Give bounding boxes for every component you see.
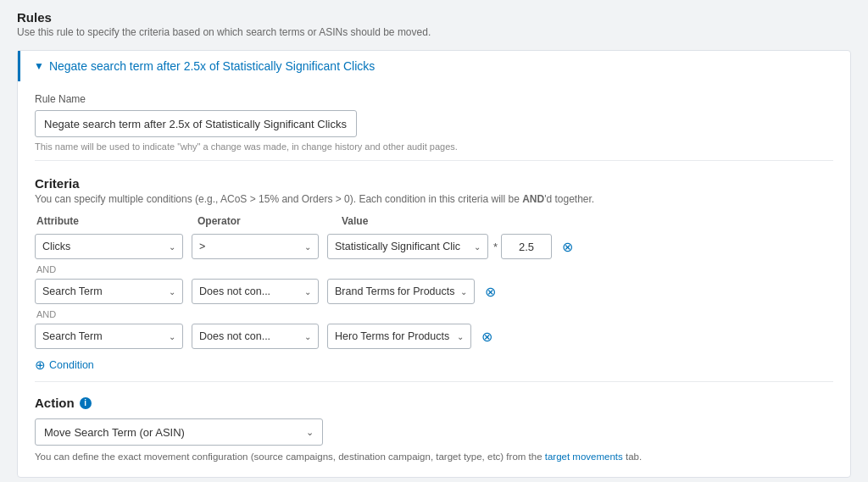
rule-name-label: Rule Name bbox=[35, 93, 833, 105]
value-text-1: Statistically Significant Clic bbox=[335, 241, 469, 252]
chevron-down-icon: ⌄ bbox=[299, 287, 311, 296]
action-select[interactable]: Move Search Term (or ASIN) ⌄ bbox=[35, 418, 323, 446]
attribute-value-1: Clicks bbox=[42, 241, 164, 252]
target-movements-link[interactable]: target movements bbox=[545, 452, 623, 462]
rule-name-hint: This name will be used to indicate "why"… bbox=[35, 141, 833, 152]
operator-select-3[interactable]: Does not con... ⌄ bbox=[192, 324, 319, 349]
operator-value-1: > bbox=[199, 241, 299, 252]
rule-card-title: Negate search term after 2.5x of Statist… bbox=[49, 59, 375, 73]
attribute-select-1[interactable]: Clicks ⌄ bbox=[35, 234, 183, 259]
page-subtitle: Use this rule to specify the criteria ba… bbox=[17, 26, 851, 38]
operator-select-1[interactable]: > ⌄ bbox=[192, 234, 319, 259]
chevron-down-icon[interactable]: ▼ bbox=[34, 60, 44, 72]
multiplier-symbol: * bbox=[493, 241, 498, 253]
and-label-2: AND bbox=[36, 309, 833, 319]
attribute-select-2[interactable]: Search Term ⌄ bbox=[35, 279, 183, 304]
page-container: Rules Use this rule to specify the crite… bbox=[0, 0, 868, 482]
operator-value-2: Does not con... bbox=[199, 285, 299, 297]
attribute-select-3[interactable]: Search Term ⌄ bbox=[35, 324, 183, 349]
criteria-title: Criteria bbox=[35, 176, 833, 191]
rule-card-header: ▼ Negate search term after 2.5x of Stati… bbox=[18, 51, 850, 81]
col-header-value: Value bbox=[342, 215, 832, 227]
info-icon[interactable]: i bbox=[80, 397, 92, 409]
rule-card-body: Rule Name This name will be used to indi… bbox=[18, 81, 850, 477]
value-select-3[interactable]: Hero Terms for Products ⌄ bbox=[327, 324, 471, 349]
page-title: Rules bbox=[17, 10, 851, 25]
delete-icon-3[interactable]: ⊗ bbox=[481, 329, 492, 345]
add-condition-label: Condition bbox=[49, 359, 94, 371]
add-condition-button[interactable]: ⊕ Condition bbox=[35, 357, 833, 373]
operator-select-2[interactable]: Does not con... ⌄ bbox=[192, 279, 319, 304]
criteria-row-3: Search Term ⌄ Does not con... ⌄ Hero Ter… bbox=[35, 324, 833, 349]
divider bbox=[35, 160, 833, 161]
action-section: Action i Move Search Term (or ASIN) ⌄ Yo… bbox=[35, 396, 833, 462]
delete-icon-2[interactable]: ⊗ bbox=[485, 284, 496, 300]
plus-circle-icon: ⊕ bbox=[35, 357, 46, 373]
chevron-down-icon: ⌄ bbox=[164, 287, 175, 296]
chevron-down-icon: ⌄ bbox=[164, 242, 175, 252]
column-headers: Attribute Operator Value bbox=[35, 215, 833, 227]
multiplier-input-1[interactable] bbox=[501, 234, 552, 259]
value-select-1[interactable]: Statistically Significant Clic ⌄ bbox=[327, 234, 488, 259]
rule-name-input[interactable] bbox=[35, 110, 357, 137]
chevron-down-icon: ⌄ bbox=[469, 242, 481, 252]
attribute-value-3: Search Term bbox=[42, 330, 164, 342]
attribute-value-2: Search Term bbox=[42, 285, 164, 297]
delete-icon-1[interactable]: ⊗ bbox=[562, 239, 573, 255]
col-header-attribute: Attribute bbox=[36, 215, 189, 227]
chevron-down-icon: ⌄ bbox=[455, 287, 467, 296]
rule-card: ▼ Negate search term after 2.5x of Stati… bbox=[17, 50, 851, 478]
col-header-operator: Operator bbox=[198, 215, 333, 227]
value-select-2[interactable]: Brand Terms for Products ⌄ bbox=[327, 279, 475, 304]
criteria-row-1: Clicks ⌄ > ⌄ Statistically Significant C… bbox=[35, 234, 833, 259]
operator-value-3: Does not con... bbox=[199, 330, 299, 342]
criteria-row-2: Search Term ⌄ Does not con... ⌄ Brand Te… bbox=[35, 279, 833, 304]
criteria-hint: You can specify multiple conditions (e.g… bbox=[35, 193, 833, 205]
chevron-down-icon: ⌄ bbox=[299, 242, 311, 252]
value-text-3: Hero Terms for Products bbox=[335, 330, 452, 342]
action-hint: You can define the exact movement config… bbox=[35, 452, 833, 462]
chevron-down-icon: ⌄ bbox=[452, 332, 464, 341]
action-select-value: Move Search Term (or ASIN) bbox=[44, 426, 306, 439]
value-text-2: Brand Terms for Products bbox=[335, 285, 455, 297]
criteria-section: Criteria You can specify multiple condit… bbox=[35, 176, 833, 373]
chevron-down-icon: ⌄ bbox=[306, 427, 314, 438]
and-label-1: AND bbox=[36, 264, 833, 274]
chevron-down-icon: ⌄ bbox=[299, 332, 311, 341]
action-title: Action i bbox=[35, 396, 833, 410]
chevron-down-icon: ⌄ bbox=[164, 332, 175, 341]
divider-action bbox=[35, 381, 833, 382]
